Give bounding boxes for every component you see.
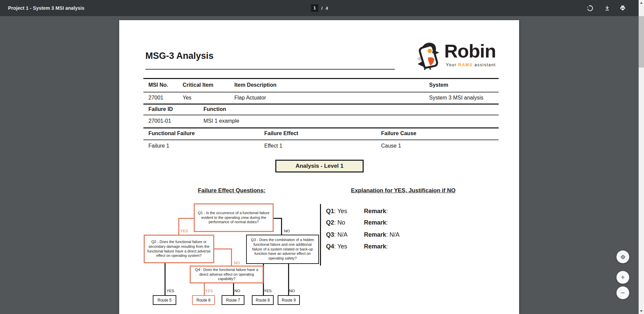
robin-bird-icon [416, 42, 440, 70]
answer-value: : N/A [334, 231, 348, 238]
page-indicator: 1 / 4 [311, 0, 328, 16]
fit-to-page-button[interactable] [616, 250, 629, 263]
remark-value: : [386, 243, 388, 250]
remark-label: Remark [364, 219, 386, 226]
col-header: MSI No. [148, 82, 168, 88]
col-header: Failure Cause [381, 130, 416, 136]
cell: Failure 1 [148, 143, 169, 149]
msi-data-row: 27001 Yes Flap Actuator System 3 MSI ana… [143, 92, 499, 104]
scroll-up-button[interactable] [639, 0, 644, 6]
answer-row-q4: Q4: Yes Remark: [326, 243, 487, 250]
connector-q1-no [274, 218, 281, 219]
rotate-button[interactable] [587, 5, 593, 11]
col-header: Function [203, 106, 226, 112]
remark-label: Remark [364, 243, 386, 250]
triangle-down-icon [640, 310, 643, 312]
route-6-box: Route 6 [192, 295, 215, 305]
answer-label: Q2 [326, 219, 334, 226]
download-icon [604, 5, 610, 11]
edge-label-q4-yes: YES [205, 289, 213, 293]
page-total: 4 [326, 6, 328, 11]
tagline-rams: RAMS [458, 63, 473, 67]
zoom-in-button[interactable]: + [616, 271, 629, 284]
edge-label-q2-no: NO [234, 261, 240, 265]
cell: Effect 1 [264, 143, 282, 149]
zoom-out-button[interactable]: − [616, 286, 629, 299]
answer-row-q2: Q2: No Remark: [326, 219, 487, 227]
answer-q2: Q2: No [326, 219, 345, 226]
page-separator: / [321, 6, 323, 11]
document-title-toolbar: Project 1 - System 3 MSI analysis [8, 0, 85, 16]
answer-row-q1: Q1: Yes Remark: [326, 208, 487, 215]
col-header: Functional Failure [148, 130, 195, 136]
edge-label-q4-no: NO [234, 289, 240, 293]
pdf-page-1: MSG-3 Analysis Robin Your RAMS assistant… [119, 20, 519, 314]
connector-q1-no [281, 218, 282, 235]
cell: Cause 1 [381, 143, 401, 149]
robin-tagline: Your RAMS assistant [446, 63, 496, 67]
connector-q2-no [231, 248, 232, 266]
tagline-pre: Your [446, 63, 458, 67]
edge-label-q1-no: NO [284, 229, 290, 233]
robin-brand-text: Robin [444, 42, 496, 61]
route-7-box: Route 7 [222, 295, 244, 305]
answer-value: : Yes [334, 243, 347, 250]
remark-label: Remark [364, 231, 386, 238]
scrollbar-thumb[interactable] [639, 16, 644, 68]
route-9-box: Route 9 [278, 295, 300, 305]
rotate-icon [587, 5, 593, 11]
ff-header-row: Functional Failure Failure Effect Failur… [143, 127, 499, 140]
failure-data-row: 27001-01 MSI 1 example [143, 115, 499, 127]
failure-header-row: Failure ID Function [143, 104, 499, 115]
title-underline [145, 69, 395, 70]
print-icon [619, 5, 626, 11]
ff-data-row: Failure 1 Effect 1 Cause 1 [143, 140, 499, 152]
cell: Flap Actuator [234, 95, 266, 101]
download-button[interactable] [604, 5, 610, 11]
analysis-level-box: Analysis - Level 1 [275, 160, 364, 172]
questions-heading: Failure Effect Questions: [198, 187, 265, 194]
col-header: System [429, 82, 448, 88]
answer-label: Q4 [326, 243, 334, 250]
scrollbar[interactable] [639, 0, 644, 314]
remark-value: : [386, 219, 388, 226]
scroll-down-button[interactable] [639, 308, 644, 314]
tagline-post: assistant [473, 63, 496, 67]
page-title: MSG-3 Analysis [145, 51, 214, 61]
triangle-up-icon [640, 2, 643, 4]
print-button[interactable] [619, 5, 626, 11]
edge-label-q3-yes: YES [264, 289, 272, 293]
cell: MSI 1 example [203, 118, 239, 124]
remark-value: : N/A [386, 231, 400, 238]
answer-q1: Q1: Yes [326, 208, 347, 214]
remark-q2: Remark: [364, 219, 388, 226]
answer-row-q3: Q3: N/A Remark: N/A [326, 231, 487, 239]
edge-label-q1-yes: YES [180, 229, 188, 233]
remark-q3: Remark: N/A [364, 231, 400, 238]
answer-label: Q1 [326, 208, 334, 214]
cell: 27001-01 [148, 118, 171, 124]
remark-q4: Remark: [364, 243, 388, 250]
connector-q4-yes [204, 283, 205, 295]
cell: Yes [183, 95, 191, 101]
answer-q3: Q3: N/A [326, 231, 348, 238]
col-header: Critical Item [183, 82, 214, 88]
page-number-input[interactable]: 1 [311, 4, 318, 12]
connector-q2-no [214, 248, 231, 249]
answer-value: : Yes [334, 208, 347, 214]
connector-q1-yes [178, 218, 179, 235]
edge-label-q2-yes: YES [167, 289, 174, 293]
connector-q2-yes [165, 263, 166, 295]
flowchart-q1-box: Q1 - Is the occurrence of a functional f… [194, 203, 274, 232]
col-header: Failure ID [148, 106, 173, 112]
col-header: Item Description [234, 82, 276, 88]
answer-label: Q3 [326, 231, 334, 238]
col-header: Failure Effect [264, 130, 298, 136]
remark-q1: Remark: [364, 208, 388, 215]
flowchart-q2-box: Q2 - Does the functional failure or seco… [144, 235, 214, 263]
route-5-box: Route 5 [153, 295, 176, 305]
flowchart-q3-box: Q3 - Does the combination of a hidden fu… [246, 235, 319, 264]
cell: System 3 MSI analysis [429, 95, 484, 101]
answer-q4: Q4: Yes [326, 243, 347, 250]
pdf-toolbar: Project 1 - System 3 MSI analysis 1 / 4 [0, 0, 639, 16]
